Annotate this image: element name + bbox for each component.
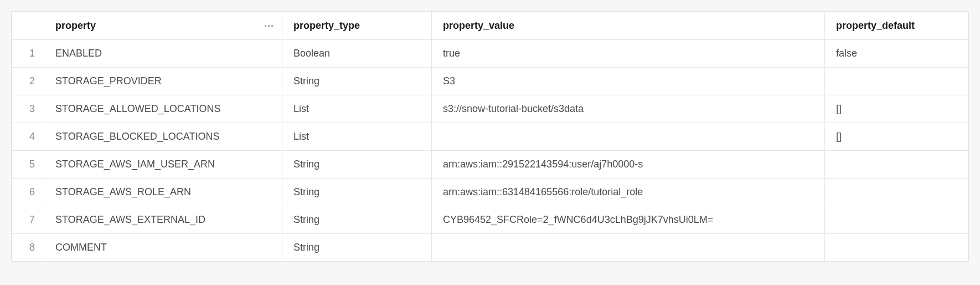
cell-property-value[interactable]: S3 (432, 68, 825, 95)
cell-property-default[interactable]: [] (825, 95, 968, 123)
column-header-property[interactable]: property ··· (44, 12, 282, 40)
row-number-cell[interactable]: 7 (12, 206, 44, 234)
cell-property-type[interactable]: String (282, 151, 432, 179)
row-number-cell[interactable]: 2 (12, 68, 44, 95)
table-row[interactable]: 6 STORAGE_AWS_ROLE_ARN String arn:aws:ia… (12, 179, 968, 206)
column-header-label: property (55, 20, 96, 31)
table-row[interactable]: 7 STORAGE_AWS_EXTERNAL_ID String CYB9645… (12, 206, 968, 234)
table-row[interactable]: 1 ENABLED Boolean true false (12, 40, 968, 68)
column-header-rownum[interactable] (12, 12, 44, 40)
cell-property[interactable]: STORAGE_AWS_IAM_USER_ARN (44, 151, 282, 179)
row-number-cell[interactable]: 8 (12, 234, 44, 262)
table-row[interactable]: 5 STORAGE_AWS_IAM_USER_ARN String arn:aw… (12, 151, 968, 179)
row-number-cell[interactable]: 3 (12, 95, 44, 123)
cell-property-type[interactable]: String (282, 179, 432, 206)
column-header-property-default[interactable]: property_default (825, 12, 968, 40)
row-number-cell[interactable]: 4 (12, 123, 44, 151)
cell-property-value[interactable]: arn:aws:iam::291522143594:user/aj7h0000-… (432, 151, 825, 179)
cell-property-type[interactable]: List (282, 95, 432, 123)
cell-property-default[interactable] (825, 206, 968, 234)
cell-property-default[interactable] (825, 179, 968, 206)
table-row[interactable]: 4 STORAGE_BLOCKED_LOCATIONS List [] (12, 123, 968, 151)
cell-property[interactable]: STORAGE_ALLOWED_LOCATIONS (44, 95, 282, 123)
table-row[interactable]: 8 COMMENT String (12, 234, 968, 262)
cell-property-value[interactable]: arn:aws:iam::631484165566:role/tutorial_… (432, 179, 825, 206)
cell-property-default[interactable] (825, 234, 968, 262)
cell-property-value[interactable]: s3://snow-tutorial-bucket/s3data (432, 95, 825, 123)
data-table: property ··· property_type property_valu… (12, 12, 968, 262)
cell-property-value[interactable] (432, 234, 825, 262)
cell-property-value[interactable]: CYB96452_SFCRole=2_fWNC6d4U3cLhBg9jJK7vh… (432, 206, 825, 234)
cell-property[interactable]: STORAGE_PROVIDER (44, 68, 282, 95)
cell-property-value[interactable] (432, 123, 825, 151)
cell-property-value[interactable]: true (432, 40, 825, 68)
cell-property-type[interactable]: String (282, 68, 432, 95)
cell-property-type[interactable]: String (282, 234, 432, 262)
table-header-row: property ··· property_type property_valu… (12, 12, 968, 40)
cell-property-type[interactable]: Boolean (282, 40, 432, 68)
row-number-cell[interactable]: 1 (12, 40, 44, 68)
cell-property-default[interactable] (825, 68, 968, 95)
data-table-wrapper: property ··· property_type property_valu… (11, 11, 969, 262)
table-row[interactable]: 3 STORAGE_ALLOWED_LOCATIONS List s3://sn… (12, 95, 968, 123)
cell-property-default[interactable]: [] (825, 123, 968, 151)
column-header-label: property_default (836, 20, 915, 31)
column-header-label: property_value (443, 20, 514, 31)
cell-property[interactable]: COMMENT (44, 234, 282, 262)
cell-property-type[interactable]: List (282, 123, 432, 151)
cell-property-default[interactable] (825, 151, 968, 179)
cell-property[interactable]: ENABLED (44, 40, 282, 68)
cell-property[interactable]: STORAGE_AWS_ROLE_ARN (44, 179, 282, 206)
cell-property[interactable]: STORAGE_BLOCKED_LOCATIONS (44, 123, 282, 151)
column-header-label: property_type (293, 20, 360, 31)
column-menu-icon[interactable]: ··· (264, 21, 274, 31)
row-number-cell[interactable]: 6 (12, 179, 44, 206)
table-row[interactable]: 2 STORAGE_PROVIDER String S3 (12, 68, 968, 95)
column-header-property-value[interactable]: property_value (432, 12, 825, 40)
row-number-cell[interactable]: 5 (12, 151, 44, 179)
cell-property[interactable]: STORAGE_AWS_EXTERNAL_ID (44, 206, 282, 234)
cell-property-default[interactable]: false (825, 40, 968, 68)
cell-property-type[interactable]: String (282, 206, 432, 234)
column-header-property-type[interactable]: property_type (282, 12, 432, 40)
